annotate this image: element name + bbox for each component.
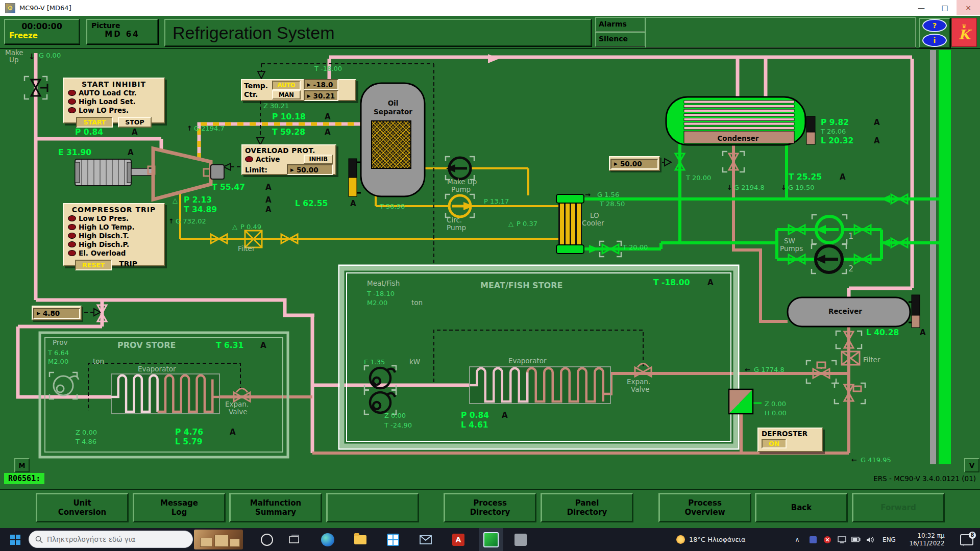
taskbar-active-app[interactable] [479, 528, 503, 551]
led-label: High Load Set. [79, 97, 136, 106]
mail-icon [420, 535, 432, 544]
nav-process-overview[interactable]: ProcessOverview [658, 493, 751, 522]
taskbar-acrobat[interactable]: A [447, 528, 470, 551]
man-button[interactable]: MAN [272, 90, 301, 99]
language-indicator[interactable]: ENG [880, 528, 898, 551]
search-input[interactable]: Πληκτρολογήστε εδώ για [29, 531, 193, 548]
nav-process-directory[interactable]: ProcessDirectory [444, 493, 536, 522]
compressor [148, 148, 224, 199]
start-button[interactable]: START [76, 117, 113, 128]
makeup-pump[interactable] [446, 158, 471, 179]
taskbar-edge[interactable] [316, 528, 339, 551]
liquid-solenoid-valve[interactable] [844, 385, 861, 401]
auto-flag: A [707, 278, 714, 287]
circ-pump[interactable] [449, 195, 474, 217]
lo-cooler-label: LO [590, 211, 599, 219]
panel-title: OVERLOAD PROT. [245, 146, 333, 155]
auto-flag: A [265, 205, 272, 214]
tray-expand-button[interactable]: ∧ [791, 528, 803, 551]
edge-icon [321, 533, 334, 546]
taskbar-weather[interactable]: 18°C Ηλιοφάνεια [676, 528, 778, 551]
task-view-button[interactable] [285, 528, 303, 551]
tray-battery[interactable] [849, 528, 863, 551]
taskbar-mail[interactable] [414, 528, 437, 551]
v-button[interactable]: V [964, 458, 979, 472]
temp-setpoint-field[interactable]: ▶-18.0 [304, 79, 339, 90]
led-label: High LO Temp. [79, 223, 135, 231]
nav-message-log[interactable]: MessageLog [133, 493, 226, 522]
arrow: ← [851, 456, 857, 464]
maximize-button[interactable]: □ [933, 0, 957, 15]
nav-panel-directory[interactable]: PanelDirectory [541, 493, 633, 522]
folder-icon [354, 535, 366, 544]
nav-forward[interactable]: Forward [852, 493, 945, 522]
value-dp-cooler: P 0.37 [517, 220, 537, 228]
tag-field[interactable]: R06561: [4, 473, 44, 484]
taskbar-explorer[interactable] [349, 528, 372, 551]
prov-fan[interactable] [54, 376, 79, 395]
led-label: AUTO Load Ctr. [79, 89, 137, 97]
makeup-pump-label2: Pump [451, 185, 471, 193]
alarm-message-line [645, 17, 916, 47]
nav-unit-conversion[interactable]: UnitConversion [36, 493, 129, 522]
led-label: Active [256, 155, 280, 163]
ton-label: ton [411, 298, 423, 307]
liquid-motor-valve[interactable] [813, 362, 829, 378]
overload-limit-field[interactable]: ▶50.00 [287, 164, 333, 175]
compressor-motor [75, 159, 154, 186]
m-button[interactable]: M [14, 458, 30, 472]
inhib-button[interactable]: INHIB [304, 155, 333, 164]
value-e-fan: E 1.35 [364, 358, 385, 366]
value-t-mf-in: T -18.10 [366, 290, 395, 297]
cortana-button[interactable] [258, 528, 276, 551]
nav-malfunction-summary[interactable]: MalfunctionSummary [229, 493, 322, 522]
start-button[interactable] [6, 528, 24, 551]
led-label: El. Overload [79, 249, 126, 257]
window-titlebar: ⚙ MC90-V [MD64] — □ × [0, 0, 980, 16]
notification-badge: 8 [969, 532, 976, 539]
nav-back[interactable]: Back [755, 493, 848, 522]
tray-volume[interactable] [864, 528, 877, 551]
arrow: ↑ [168, 217, 174, 225]
reset-button[interactable]: RESET [75, 260, 112, 270]
nav-blank[interactable] [326, 493, 419, 522]
weather-text: 18°C Ηλιοφάνεια [689, 536, 745, 543]
stop-button[interactable]: STOP [118, 117, 151, 128]
help-button[interactable]: ? [922, 19, 947, 32]
circ-pump-label: Circ. [447, 216, 462, 224]
value-z-prov: Z 0.00 [76, 429, 97, 436]
sw-setpoint-box[interactable]: ▶50.00 [609, 156, 660, 171]
meatfish-fan-2[interactable] [370, 392, 395, 413]
led-high-load [68, 98, 76, 105]
minimize-button[interactable]: — [910, 0, 933, 15]
taskbar-store[interactable] [382, 528, 404, 551]
sw-pump-1[interactable] [816, 216, 843, 243]
notification-center-button[interactable]: 8 [958, 528, 976, 551]
lo-cooler-label2: Cooler [582, 219, 604, 227]
tray-display[interactable] [835, 528, 848, 551]
makeup-pump-label: Make Up [447, 178, 477, 186]
tray-teams[interactable] [806, 528, 820, 551]
silence-button[interactable]: Silence [595, 32, 645, 46]
search-highlight-image[interactable] [194, 530, 243, 549]
value-t-oil: T 58.98 [379, 203, 405, 210]
close-button[interactable]: × [957, 0, 980, 15]
value-t-mf2: T -24.90 [384, 421, 412, 429]
page-title: Refrigeration System [165, 23, 334, 43]
led-trip-4 [68, 241, 76, 247]
makeup-valve[interactable] [31, 80, 47, 96]
sw-pump-2[interactable] [815, 246, 842, 272]
defroster-on-button[interactable]: ON [762, 439, 787, 448]
arrow: ↓ [781, 184, 787, 191]
taskbar-app-gray[interactable] [509, 528, 532, 551]
auto-flag: A [920, 328, 926, 337]
led-low-lo-pres [68, 107, 76, 113]
taskbar-clock[interactable]: 10:32 πμ16/11/2022 [902, 528, 951, 551]
expansion-valve-label: Expan. [225, 400, 249, 408]
auto-button[interactable]: AUTO [272, 81, 301, 90]
info-button[interactable]: i [922, 34, 947, 47]
alarms-button[interactable]: Alarms [595, 17, 645, 32]
picture-selector[interactable]: Picture MD 64 [86, 19, 158, 44]
tray-status[interactable] [821, 528, 834, 551]
prov-setpoint-box[interactable]: ▶4.80 [32, 306, 82, 320]
